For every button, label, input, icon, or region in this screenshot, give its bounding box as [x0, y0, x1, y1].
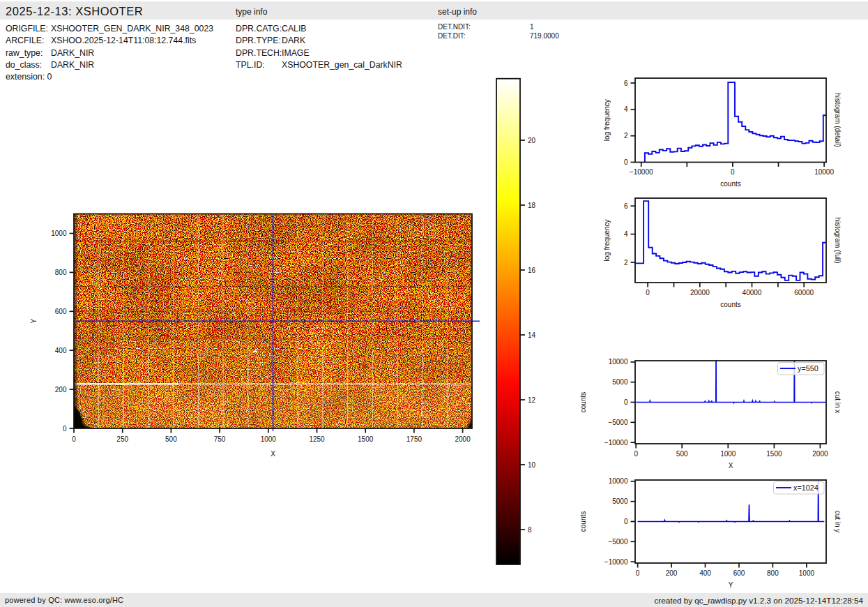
svg-text:40000: 40000	[743, 289, 762, 297]
svg-text:log frequency: log frequency	[603, 219, 611, 261]
svg-text:10000: 10000	[609, 358, 628, 366]
svg-text:0: 0	[646, 289, 650, 297]
svg-text:500: 500	[165, 435, 177, 443]
svg-text:X: X	[271, 450, 275, 458]
svg-text:0: 0	[624, 518, 628, 525]
svg-text:6: 6	[624, 202, 628, 210]
svg-text:400: 400	[55, 347, 67, 354]
svg-text:−5000: −5000	[608, 538, 628, 546]
svg-text:600: 600	[733, 569, 745, 577]
svg-text:5000: 5000	[612, 497, 628, 505]
svg-text:Y: Y	[30, 319, 38, 324]
svg-text:x=1024: x=1024	[793, 484, 818, 492]
svg-text:1000: 1000	[799, 569, 815, 577]
svg-text:1000: 1000	[261, 435, 277, 443]
svg-text:10000: 10000	[609, 477, 628, 485]
svg-text:600: 600	[55, 308, 67, 315]
svg-text:1250: 1250	[309, 435, 325, 443]
svg-text:counts: counts	[720, 301, 740, 308]
svg-text:500: 500	[676, 450, 688, 458]
svg-text:1500: 1500	[358, 435, 374, 443]
svg-text:counts: counts	[579, 392, 587, 412]
svg-text:20000: 20000	[690, 289, 710, 297]
svg-text:1000: 1000	[720, 450, 736, 458]
svg-text:1750: 1750	[406, 435, 422, 443]
svg-text:0: 0	[634, 450, 638, 458]
svg-text:−10000: −10000	[630, 168, 653, 176]
svg-text:12: 12	[528, 396, 536, 404]
svg-text:−10000: −10000	[604, 558, 628, 566]
svg-text:log frequency: log frequency	[603, 99, 611, 141]
svg-text:0: 0	[63, 425, 67, 433]
svg-text:20: 20	[528, 137, 536, 144]
svg-text:0: 0	[624, 398, 628, 406]
svg-text:800: 800	[55, 269, 67, 276]
svg-text:0: 0	[624, 158, 628, 166]
svg-text:18: 18	[528, 202, 536, 209]
svg-text:750: 750	[214, 435, 226, 443]
svg-text:200: 200	[666, 569, 678, 577]
svg-text:Y: Y	[729, 581, 733, 589]
svg-text:400: 400	[699, 569, 711, 577]
svg-text:60000: 60000	[794, 289, 814, 297]
svg-text:counts: counts	[720, 180, 740, 188]
svg-text:1500: 1500	[766, 450, 782, 458]
svg-text:250: 250	[116, 435, 128, 443]
svg-text:cut in x: cut in x	[834, 391, 842, 414]
svg-text:10: 10	[528, 461, 536, 469]
svg-text:2000: 2000	[455, 435, 471, 443]
svg-text:cut in y: cut in y	[834, 511, 842, 533]
svg-text:8: 8	[528, 526, 532, 534]
svg-text:2: 2	[624, 132, 628, 140]
svg-text:4: 4	[624, 105, 628, 113]
svg-text:200: 200	[55, 386, 67, 394]
svg-text:2: 2	[624, 259, 628, 267]
svg-text:y=550: y=550	[798, 364, 818, 373]
svg-text:−10000: −10000	[604, 439, 628, 447]
svg-text:4: 4	[624, 230, 628, 238]
svg-text:800: 800	[767, 569, 779, 577]
svg-text:2000: 2000	[812, 450, 828, 458]
svg-text:0: 0	[636, 569, 640, 577]
svg-text:−5000: −5000	[608, 419, 628, 426]
svg-text:X: X	[729, 462, 733, 470]
svg-text:10000: 10000	[814, 168, 834, 176]
svg-text:5000: 5000	[612, 378, 628, 386]
svg-text:16: 16	[528, 267, 536, 274]
svg-text:counts: counts	[579, 511, 587, 532]
svg-text:14: 14	[528, 331, 536, 339]
svg-text:0: 0	[731, 168, 735, 176]
svg-text:6: 6	[624, 80, 628, 87]
svg-text:histogram (full): histogram (full)	[834, 217, 842, 263]
svg-text:1000: 1000	[51, 230, 67, 237]
svg-text:0: 0	[72, 435, 76, 443]
svg-text:histogram (detail): histogram (detail)	[834, 93, 842, 147]
